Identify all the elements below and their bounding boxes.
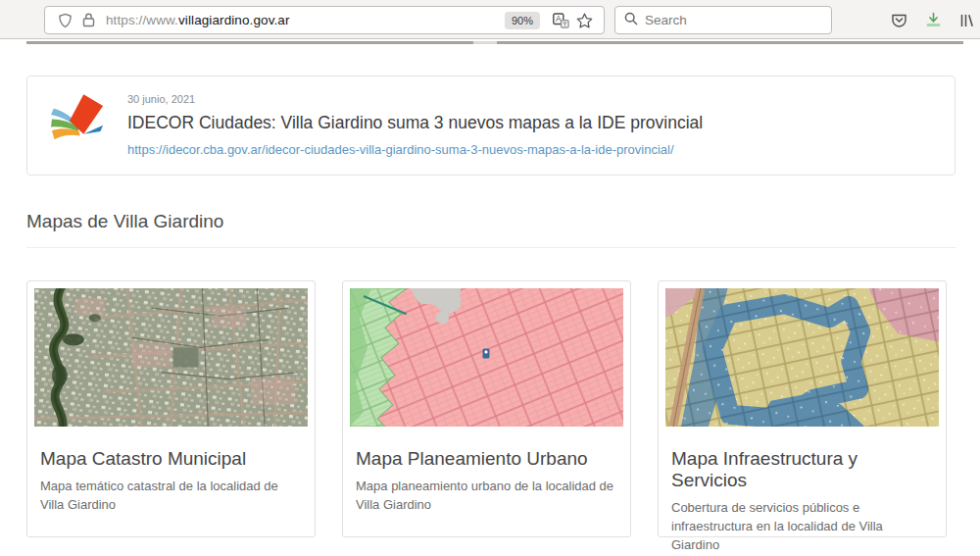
toolbar-right-icons — [891, 6, 974, 34]
map-cards-row: Mapa Catastro Municipal Mapa temático ca… — [26, 280, 956, 537]
url-scheme: https://www. — [106, 13, 178, 27]
map-card-planeamiento[interactable]: Mapa Planeamiento Urbano Mapa planeamien… — [342, 280, 631, 537]
url-domain: villagiardino.gov.ar — [178, 13, 290, 27]
catastro-map-thumbnail[interactable] — [34, 288, 308, 427]
map-card-description: Mapa planeamiento urbano de la localidad… — [356, 478, 617, 515]
news-text-block: 30 junio, 2021 IDECOR Ciudades: Villa Gi… — [127, 93, 703, 158]
url-text: https://www.villagiardino.gov.ar — [106, 13, 290, 27]
map-card-catastro[interactable]: Mapa Catastro Municipal Mapa temático ca… — [26, 280, 316, 537]
search-input[interactable] — [645, 13, 822, 27]
map-card-title: Mapa Planeamiento Urbano — [356, 448, 617, 470]
news-card: 30 junio, 2021 IDECOR Ciudades: Villa Gi… — [26, 76, 956, 176]
translate-icon[interactable]: A — [549, 9, 572, 32]
planeamiento-map-thumbnail[interactable] — [350, 288, 623, 427]
section-heading: Mapas de Villa Giardino — [26, 211, 956, 248]
bookmark-star-icon[interactable] — [572, 9, 596, 32]
idecor-logo-icon — [51, 94, 104, 157]
search-icon — [624, 12, 638, 29]
cutoff-section-left — [26, 41, 473, 44]
page-content: 30 junio, 2021 IDECOR Ciudades: Villa Gi… — [0, 76, 980, 537]
map-card-title: Mapa Catastro Municipal — [40, 448, 302, 470]
browser-toolbar: https://www.villagiardino.gov.ar 90% A — [0, 0, 980, 39]
library-icon[interactable] — [959, 13, 974, 28]
download-icon[interactable] — [925, 12, 942, 28]
search-bar[interactable] — [614, 6, 832, 34]
map-card-infraestructura[interactable]: Mapa Infraestructura y Servicios Cobertu… — [658, 280, 947, 537]
cutoff-section-right — [497, 41, 963, 44]
cutoff-section-middle — [473, 41, 497, 44]
map-card-title: Mapa Infraestructura y Servicios — [671, 448, 933, 491]
news-date: 30 junio, 2021 — [127, 93, 703, 105]
zoom-level-badge[interactable]: 90% — [505, 12, 540, 29]
pocket-icon[interactable] — [891, 13, 907, 28]
news-link[interactable]: https://idecor.cba.gov.ar/idecor-ciudade… — [127, 142, 674, 157]
map-card-description: Mapa temático catastral de la localidad … — [40, 478, 302, 515]
lock-icon[interactable] — [76, 9, 100, 32]
shield-icon[interactable] — [53, 9, 76, 32]
url-bar[interactable]: https://www.villagiardino.gov.ar 90% A — [44, 6, 605, 34]
map-card-description: Cobertura de servicios públicos e infrae… — [671, 499, 933, 555]
cutoff-sections-row — [0, 39, 980, 46]
infraestructura-map-thumbnail[interactable] — [665, 288, 939, 427]
news-title: IDECOR Ciudades: Villa Giardino suma 3 n… — [127, 113, 703, 133]
